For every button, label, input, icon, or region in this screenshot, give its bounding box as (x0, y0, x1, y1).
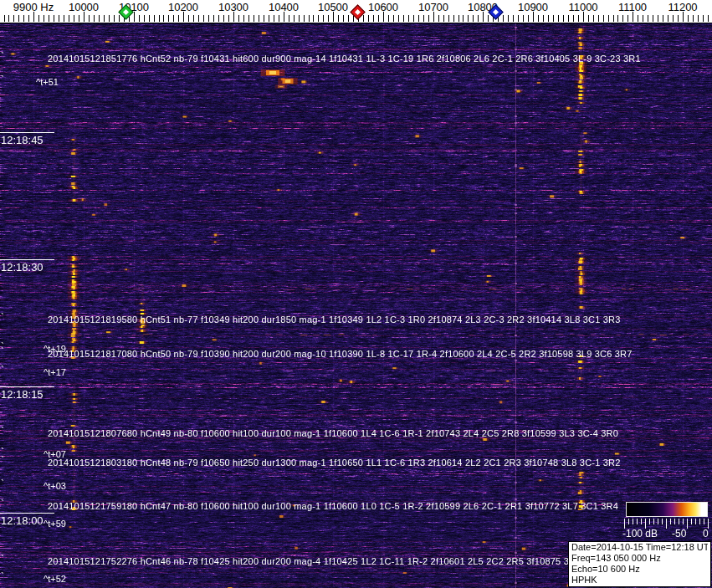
ruler-tick (254, 15, 254, 22)
time-label-text: 12:18:45 (0, 133, 54, 146)
ruler-tick (588, 15, 589, 22)
ruler-tick (548, 15, 549, 22)
info-line-freq: Freq=143 050 000 Hz (571, 553, 708, 564)
ruler-tick (304, 15, 305, 22)
ruler-tick (508, 15, 509, 22)
ruler-tick (328, 15, 329, 22)
freq-label: 11200 (668, 1, 697, 13)
ruler-tick (643, 15, 643, 22)
frequency-ruler: 9900 Hz100001010010200103001040010500106… (0, 0, 712, 23)
ruler-tick (228, 15, 229, 22)
ruler-tick (403, 15, 404, 22)
freq-label: 11100 (618, 1, 647, 13)
ruler-tick (168, 15, 169, 22)
left-edge-tick: ` (1, 518, 4, 526)
detection-text: 20141015121851776 hCnt52 nb-79 f10431 hi… (48, 54, 641, 64)
ruler-tick (698, 15, 699, 22)
ruler-tick (79, 15, 79, 22)
freq-label: 10700 (418, 1, 448, 13)
ruler-tick (343, 15, 344, 22)
ruler-tick (313, 15, 314, 22)
freq-label: 10500 (318, 1, 348, 13)
ruler-tick (603, 15, 604, 22)
ruler-tick (668, 15, 668, 22)
ruler-tick (74, 15, 74, 22)
db-scale-mid-label: -50 (672, 528, 686, 539)
left-edge-tick: ` (1, 457, 4, 465)
left-edge-tick: ` (1, 76, 4, 84)
freq-label: 10000 (69, 1, 99, 13)
info-line-date: Date=2014-10-15 Time=12:18 UTC (571, 542, 708, 553)
time-offset-marker: ^t+03 (44, 481, 66, 491)
ruler-tick (213, 15, 214, 22)
left-edge-tick: ` (1, 500, 4, 509)
time-offset-marker: ^t+51 (36, 77, 59, 87)
ruler-tick (248, 15, 249, 22)
ruler-tick (688, 15, 689, 22)
ruler-tick (338, 15, 339, 22)
freq-label: 10900 (518, 1, 548, 13)
meteor-echo-monitor-window: 9900 Hz100001010010200103001040010500106… (0, 0, 712, 588)
ruler-tick (418, 15, 419, 22)
ruler-tick (617, 15, 618, 22)
ruler-tick (463, 15, 464, 22)
left-edge-tick: ` (1, 427, 4, 436)
ruler-tick (264, 15, 264, 22)
ruler-tick (4, 15, 5, 22)
ruler-tick (203, 15, 204, 22)
ruler-tick (208, 15, 209, 22)
freq-label: 9900 Hz (13, 1, 54, 13)
marker-center-dot (493, 9, 499, 15)
marker-center-dot (123, 9, 129, 15)
ruler-tick (393, 15, 394, 22)
ruler-tick (149, 15, 150, 22)
ruler-tick (428, 15, 429, 22)
time-offset-marker: ^t+59 (44, 519, 66, 529)
freq-label: 10600 (368, 1, 398, 13)
ruler-tick (188, 15, 189, 22)
db-colorscale-bar (626, 502, 708, 517)
ruler-tick (373, 15, 374, 22)
ruler-tick (269, 15, 269, 22)
ruler-tick (279, 15, 279, 22)
time-label: 12:18:15 (0, 386, 54, 401)
time-label-text: 12:18:30 (0, 260, 54, 274)
ruler-tick (423, 15, 424, 22)
ruler-tick (94, 15, 95, 22)
ruler-tick (663, 15, 663, 22)
ruler-tick (109, 15, 110, 22)
ruler-tick (598, 15, 599, 22)
ruler-tick (408, 15, 409, 22)
ruler-tick (593, 15, 594, 22)
ruler-tick (573, 15, 574, 22)
freq-label: 10400 (269, 1, 299, 13)
left-edge-tick: ` (1, 480, 4, 488)
ruler-tick (563, 15, 564, 22)
ruler-tick (114, 15, 115, 22)
ruler-tick (538, 15, 539, 22)
ruler-tick (119, 15, 120, 22)
ruler-tick (473, 15, 474, 22)
ruler-tick (368, 15, 369, 22)
ruler-tick (453, 15, 454, 22)
ruler-tick (613, 15, 614, 22)
ruler-tick (323, 15, 324, 22)
ruler-tick (44, 15, 44, 22)
ruler-tick (638, 15, 638, 22)
ruler-tick (398, 15, 399, 22)
time-label: 12:18:30 (0, 259, 54, 274)
time-offset-marker: ^t+17 (44, 367, 66, 377)
ruler-tick (378, 15, 379, 22)
time-offset-marker: ^t+52 (44, 574, 66, 584)
ruler-tick (38, 15, 39, 22)
ruler-tick (553, 15, 554, 22)
marker-center-dot (355, 9, 361, 15)
ruler-tick (513, 15, 514, 22)
info-line-station: HPHK (571, 575, 708, 585)
detection-text: 20141015121759180 hCnt47 nb-80 f10600 hi… (48, 501, 618, 511)
ruler-tick (348, 15, 349, 22)
ruler-tick (468, 15, 469, 22)
ruler-tick (438, 15, 439, 22)
time-label: 12:18:45 (0, 132, 54, 146)
ruler-tick (289, 15, 289, 22)
